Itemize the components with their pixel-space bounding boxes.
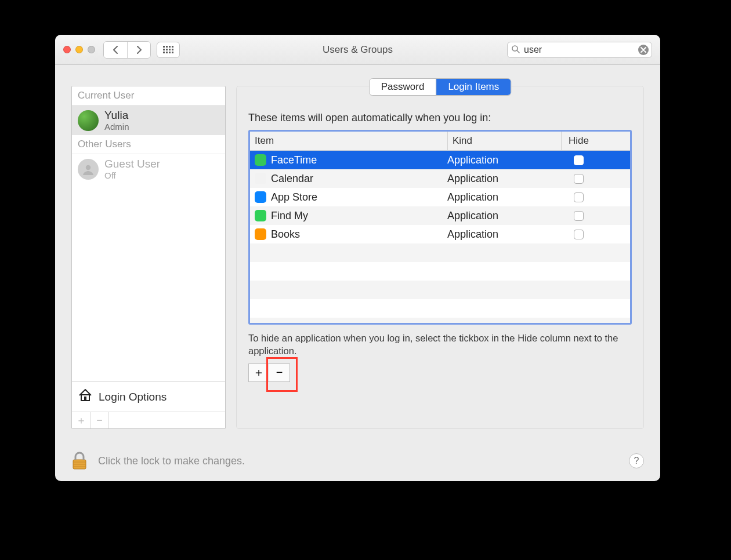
remove-user-button[interactable]: − [91,412,109,428]
item-name: Books [271,228,300,241]
table-row [250,243,630,262]
minus-icon: − [96,414,103,427]
chevron-left-icon [112,46,119,54]
tab-login-items[interactable]: Login Items [436,79,511,95]
chevron-right-icon [136,46,143,54]
sidebar-user-current[interactable]: Yulia Admin [72,106,225,135]
plus-icon: ＋ [253,365,265,380]
svg-line-13 [517,50,519,53]
plus-icon: ＋ [76,413,86,427]
hide-checkbox[interactable] [574,192,584,202]
svg-rect-0 [163,46,165,48]
item-name: App Store [271,191,317,203]
sidebar-user-guest[interactable]: Guest User Off [72,154,225,184]
svg-rect-4 [163,49,165,50]
svg-rect-9 [166,52,168,53]
app-icon [255,173,266,184]
table-body: FaceTimeApplicationCalendarApplicationAp… [250,151,630,323]
col-header-hide[interactable]: Hide [561,132,596,150]
svg-rect-16 [84,397,86,401]
app-icon [255,154,266,166]
lock-button[interactable] [71,452,88,470]
avatar [78,110,99,131]
preferences-window: Users & Groups Current User Yulia Admin … [55,35,660,481]
item-name: Find My [271,210,308,222]
footer: Click the lock to make changes. ? [55,441,660,481]
svg-rect-7 [172,49,173,50]
item-kind: Application [447,191,561,203]
house-icon [78,388,93,406]
app-icon [255,191,266,203]
search-input[interactable] [507,42,652,58]
hide-checkbox[interactable] [574,155,584,165]
zoom-window-button[interactable] [88,46,95,53]
sidebar-add-remove: ＋ − [72,412,225,428]
search-icon [511,45,520,56]
nav-back-forward [103,41,151,59]
user-role: Admin [104,122,129,132]
table-row [250,262,630,281]
col-header-kind[interactable]: Kind [447,132,561,150]
x-icon [640,47,646,53]
show-all-button[interactable] [157,42,180,58]
search-wrap [507,42,652,58]
help-button[interactable]: ? [629,453,644,468]
hint-text: To hide an application when you log in, … [248,332,632,358]
guest-status: Off [104,170,160,180]
lock-hint: Click the lock to make changes. [98,455,245,467]
svg-rect-2 [169,46,171,48]
table-row [250,318,630,323]
window-controls [63,46,95,53]
item-kind: Application [447,210,561,222]
main-panel: Password Login Items These items will op… [236,86,644,429]
item-kind: Application [447,173,561,185]
item-name: Calendar [271,173,313,185]
svg-rect-8 [163,52,165,53]
intro-text: These items will open automatically when… [248,112,632,124]
svg-rect-3 [172,46,173,48]
svg-rect-6 [169,49,171,50]
svg-rect-11 [172,52,173,53]
svg-rect-5 [166,49,168,50]
section-current-user: Current User [72,86,225,106]
hide-checkbox[interactable] [574,230,584,239]
close-window-button[interactable] [63,46,71,53]
login-items-table: Item Kind Hide FaceTimeApplicationCalend… [248,130,632,325]
guest-name: Guest User [104,158,160,170]
col-header-item[interactable]: Item [250,132,447,150]
item-kind: Application [447,154,561,166]
table-row[interactable]: FaceTimeApplication [250,151,630,169]
login-options-button[interactable]: Login Options [72,381,225,412]
svg-rect-10 [169,52,171,53]
app-icon [255,228,266,240]
users-sidebar: Current User Yulia Admin Other Users Gue… [71,86,226,429]
table-row[interactable]: CalendarApplication [250,169,630,188]
app-icon [255,210,266,221]
hide-checkbox[interactable] [574,211,584,221]
back-button[interactable] [104,42,127,58]
user-name: Yulia [104,109,129,122]
body: Current User Yulia Admin Other Users Gue… [55,65,660,441]
svg-rect-1 [166,46,168,48]
table-row[interactable]: App StoreApplication [250,188,630,206]
svg-point-14 [86,165,91,169]
tab-password[interactable]: Password [370,79,436,95]
tab-segmented-control: Password Login Items [369,78,512,96]
question-icon: ? [634,456,639,466]
item-kind: Application [447,228,561,241]
clear-search-button[interactable] [638,45,649,55]
table-row[interactable]: BooksApplication [250,225,630,243]
minus-icon: − [276,366,283,379]
add-login-item-button[interactable]: ＋ [248,363,269,382]
minimize-window-button[interactable] [75,46,83,53]
section-other-users: Other Users [72,135,225,154]
item-name: FaceTime [271,154,317,166]
hide-checkbox[interactable] [574,174,584,184]
forward-button[interactable] [127,42,150,58]
table-row[interactable]: Find MyApplication [250,206,630,225]
remove-login-item-button[interactable]: − [269,363,290,382]
add-user-button[interactable]: ＋ [72,412,91,428]
login-options-label: Login Options [99,391,167,403]
titlebar: Users & Groups [55,35,660,65]
grid-icon [163,46,173,54]
